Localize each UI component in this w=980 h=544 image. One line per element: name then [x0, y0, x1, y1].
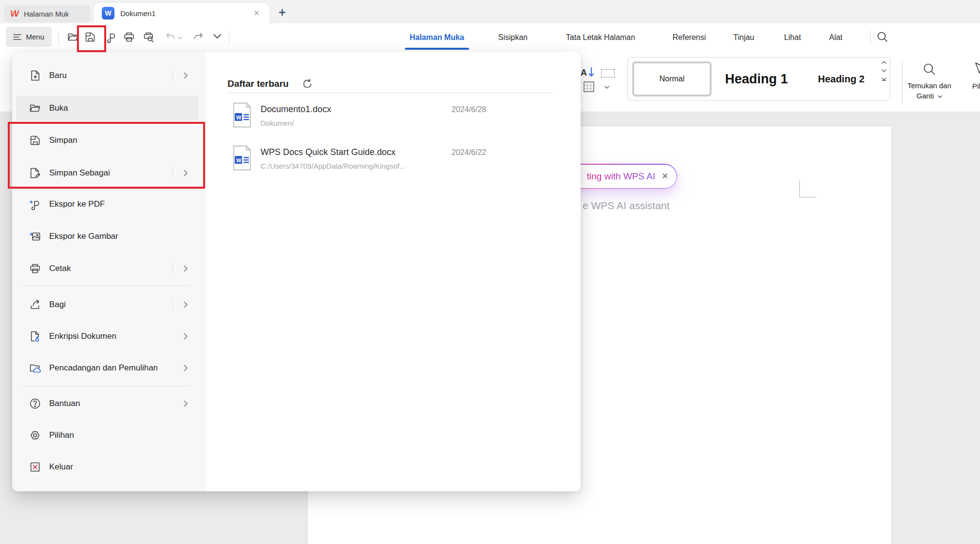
export-image-icon — [29, 230, 41, 243]
menu-item-baru[interactable]: Baru — [16, 63, 198, 88]
menu-divider — [24, 285, 190, 286]
submenu-arrow-icon — [183, 169, 188, 177]
exit-icon — [29, 461, 41, 473]
export-pdf-icon[interactable] — [105, 31, 117, 43]
file-menu-list: Baru Buka Simpan Simpan Sebagai — [12, 52, 206, 491]
menu-item-enkripsi-dokumen[interactable]: Enkripsi Dokumen — [16, 324, 198, 349]
page-margin-mark — [799, 197, 816, 197]
gallery-scroll-up-icon[interactable] — [881, 60, 887, 64]
hamburger-icon — [13, 34, 21, 40]
document-tab-label: Dokumen1 — [120, 9, 269, 18]
find-replace-button[interactable]: Temukan dan Ganti — [899, 59, 960, 101]
find-replace-label-line1: Temukan dan — [899, 80, 960, 91]
new-document-icon — [29, 69, 41, 82]
recent-file-location: Dokumen/ — [261, 119, 294, 127]
share-icon — [29, 298, 41, 311]
print-preview-icon[interactable] — [142, 31, 155, 43]
recent-files-panel: Daftar terbaru W Documento1.docx Dokumen… — [206, 52, 581, 491]
file-menu-panel: Baru Buka Simpan Simpan Sebagai — [12, 52, 581, 491]
menu-item-pilihan[interactable]: Pilihan — [16, 423, 198, 448]
submenu-arrow-icon — [183, 400, 188, 408]
quick-toolbar: Menu Halaman Muka Sisipkan Tata Letak Ha… — [0, 23, 980, 51]
select-cursor-icon[interactable] — [974, 62, 980, 77]
wps-ai-banner-text: ting with WPS AI — [587, 171, 655, 182]
toolbar-separator — [229, 30, 229, 44]
toolbar-more-icon[interactable] — [212, 33, 222, 40]
recent-file-location: C:/Users/34709/AppData/Roaming/Kingsof..… — [261, 162, 406, 170]
recent-file-row[interactable]: W WPS Docs Quick Start Guide.docx C:/Use… — [227, 143, 549, 178]
find-replace-label-line2: Ganti — [916, 92, 934, 100]
submenu-arrow-icon — [183, 265, 188, 272]
toolbar-separator — [58, 30, 59, 44]
menu-item-simpan-sebagai[interactable]: Simpan Sebagai — [16, 160, 198, 186]
tab-tata-letak-halaman[interactable]: Tata Letak Halaman — [559, 32, 642, 43]
submenu-arrow-icon — [183, 301, 188, 309]
refresh-icon[interactable] — [302, 78, 313, 90]
tab-sisipkan[interactable]: Sisipkan — [491, 32, 535, 43]
menu-item-bantuan[interactable]: Bantuan — [16, 391, 198, 416]
svg-text:W: W — [236, 115, 242, 120]
encrypt-document-icon — [29, 330, 41, 343]
recent-file-date: 2024/6/28 — [452, 105, 486, 114]
open-folder-icon — [29, 102, 41, 115]
save-icon[interactable] — [84, 31, 96, 43]
backup-restore-icon — [29, 362, 41, 374]
save-icon — [29, 134, 41, 147]
home-tab-label: Halaman Muka — [24, 10, 69, 18]
undo-icon — [164, 31, 177, 43]
submenu-arrow-icon — [183, 332, 188, 340]
menu-item-keluar[interactable]: Keluar — [16, 454, 198, 480]
style-normal[interactable]: Normal — [632, 61, 712, 97]
svg-text:A: A — [581, 68, 587, 78]
document-tab-bar: W Halaman Muka W Dokumen1 ✕ + — [0, 0, 980, 23]
submenu-arrow-icon — [183, 364, 188, 372]
find-replace-dropdown-icon — [938, 95, 942, 98]
recent-list-divider — [227, 93, 553, 93]
main-menu-button[interactable]: Menu — [6, 27, 52, 47]
table-dropdown-icon[interactable] — [604, 85, 610, 89]
open-file-icon[interactable] — [67, 31, 79, 43]
page-setup-icon[interactable] — [601, 69, 615, 78]
tab-close-icon[interactable]: ✕ — [253, 9, 260, 18]
home-tab[interactable]: W Halaman Muka — [4, 5, 91, 22]
gallery-scroll-down-icon[interactable] — [881, 69, 887, 73]
find-replace-search-icon — [922, 62, 937, 77]
word-file-icon: W — [232, 145, 252, 171]
gallery-expand-icon[interactable] — [881, 77, 887, 82]
tab-lihat[interactable]: Lihat — [778, 32, 807, 43]
recent-file-name: WPS Docs Quick Start Guide.docx — [261, 147, 396, 157]
menu-item-bagi[interactable]: Bagi — [16, 292, 198, 317]
recent-file-name: Documento1.docx — [261, 104, 331, 115]
recent-file-row[interactable]: W Documento1.docx Dokumen/ 2024/6/28 — [227, 100, 549, 136]
page-margin-mark — [799, 180, 800, 197]
print-icon[interactable] — [123, 31, 135, 43]
sort-icon[interactable]: A — [580, 65, 596, 80]
menu-item-buka[interactable]: Buka — [16, 96, 198, 121]
style-heading1[interactable]: Heading 1 — [722, 58, 791, 100]
menu-button-label: Menu — [26, 33, 44, 41]
menu-item-ekspor-ke-pdf[interactable]: Ekspor ke PDF — [16, 192, 198, 217]
toolbar-separator — [870, 30, 871, 44]
menu-item-simpan[interactable]: Simpan — [16, 128, 198, 153]
svg-text:W: W — [236, 157, 242, 163]
help-icon — [29, 397, 41, 410]
wps-ai-assistant-text: e WPS AI assistant — [583, 200, 670, 212]
menu-item-cetak[interactable]: Cetak — [16, 256, 198, 281]
new-tab-button[interactable]: + — [279, 5, 286, 19]
tab-alat[interactable]: Alat — [823, 32, 849, 43]
style-heading2[interactable]: Heading 2 — [807, 58, 875, 100]
tab-tinjau[interactable]: Tinjau — [729, 32, 759, 43]
word-file-icon: W — [232, 102, 252, 128]
search-icon[interactable] — [876, 30, 889, 44]
table-icon[interactable] — [584, 81, 594, 92]
undo-dropdown-icon[interactable] — [177, 36, 183, 40]
select-label[interactable]: Pilih — [972, 82, 980, 90]
menu-item-pencadangan-dan-pemulihan[interactable]: Pencadangan dan Pemulihan — [16, 355, 198, 381]
tab-dokumen1[interactable]: W Dokumen1 ✕ — [94, 3, 269, 23]
tab-halaman-muka[interactable]: Halaman Muka — [402, 32, 471, 43]
style-gallery: Normal Heading 1 Heading 2 — [627, 57, 890, 101]
menu-item-ekspor-ke-gambar[interactable]: Ekspor ke Gambar — [16, 224, 198, 249]
ai-banner-close-icon[interactable]: ✕ — [661, 171, 668, 181]
tab-referensi[interactable]: Referensi — [669, 32, 709, 43]
submenu-arrow-icon — [183, 72, 188, 79]
